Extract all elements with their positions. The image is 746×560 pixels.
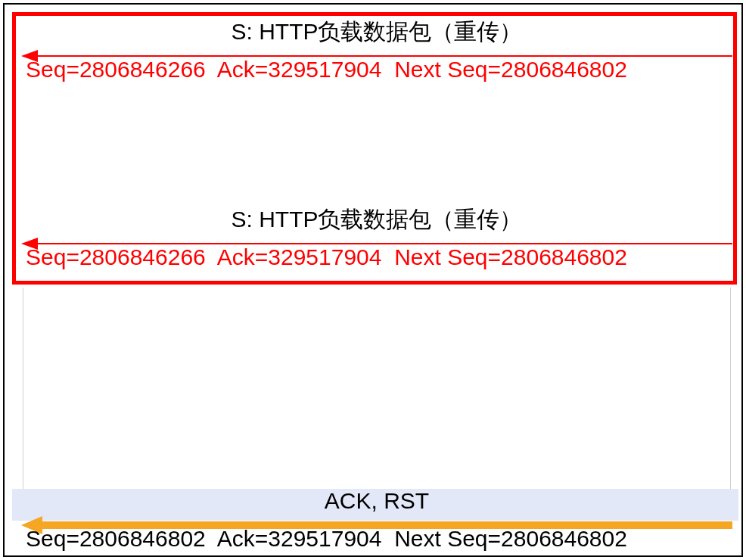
seq-ack-line: Seq=2806846802 Ack=329517904 Next Seq=28… bbox=[26, 525, 627, 552]
nextseq-label: Next Seq= bbox=[394, 526, 501, 551]
seq-label: Seq= bbox=[26, 57, 79, 82]
diagram-content: S: HTTP负载数据包（重传） Seq=2806846266 Ack=3295… bbox=[8, 8, 738, 552]
seq-value: 2806846266 bbox=[79, 244, 206, 269]
message-ack-rst: ACK, RST Seq=2806846802 Ack=329517904 Ne… bbox=[21, 487, 732, 515]
message-title: S: HTTP负载数据包（重传） bbox=[21, 206, 732, 233]
guide-line-right bbox=[730, 288, 731, 492]
nextseq-value: 2806846802 bbox=[501, 526, 627, 551]
ack-label: Ack= bbox=[217, 244, 269, 269]
seq-label: Seq= bbox=[26, 244, 79, 269]
ack-label: Ack= bbox=[217, 57, 269, 82]
diagram-frame: S: HTTP负载数据包（重传） Seq=2806846266 Ack=3295… bbox=[3, 3, 743, 557]
nextseq-value: 2806846802 bbox=[501, 244, 627, 269]
seq-ack-line: Seq=2806846266 Ack=329517904 Next Seq=28… bbox=[26, 244, 627, 271]
seq-label: Seq= bbox=[26, 526, 79, 551]
message-title: ACK, RST bbox=[21, 487, 732, 515]
seq-value: 2806846266 bbox=[79, 57, 206, 82]
ack-value: 329517904 bbox=[268, 526, 381, 551]
message-title: S: HTTP负载数据包（重传） bbox=[21, 18, 732, 45]
ack-label: Ack= bbox=[217, 526, 269, 551]
ack-value: 329517904 bbox=[268, 57, 381, 82]
guide-line-left bbox=[23, 288, 23, 492]
seq-ack-line: Seq=2806846266 Ack=329517904 Next Seq=28… bbox=[26, 56, 627, 83]
nextseq-value: 2806846802 bbox=[501, 57, 627, 82]
seq-value: 2806846802 bbox=[79, 526, 206, 551]
message-retrans-1: S: HTTP负载数据包（重传） Seq=2806846266 Ack=3295… bbox=[21, 18, 732, 45]
nextseq-label: Next Seq= bbox=[394, 244, 501, 269]
message-retrans-2: S: HTTP负载数据包（重传） Seq=2806846266 Ack=3295… bbox=[21, 206, 732, 233]
ack-value: 329517904 bbox=[268, 244, 381, 269]
nextseq-label: Next Seq= bbox=[394, 57, 501, 82]
